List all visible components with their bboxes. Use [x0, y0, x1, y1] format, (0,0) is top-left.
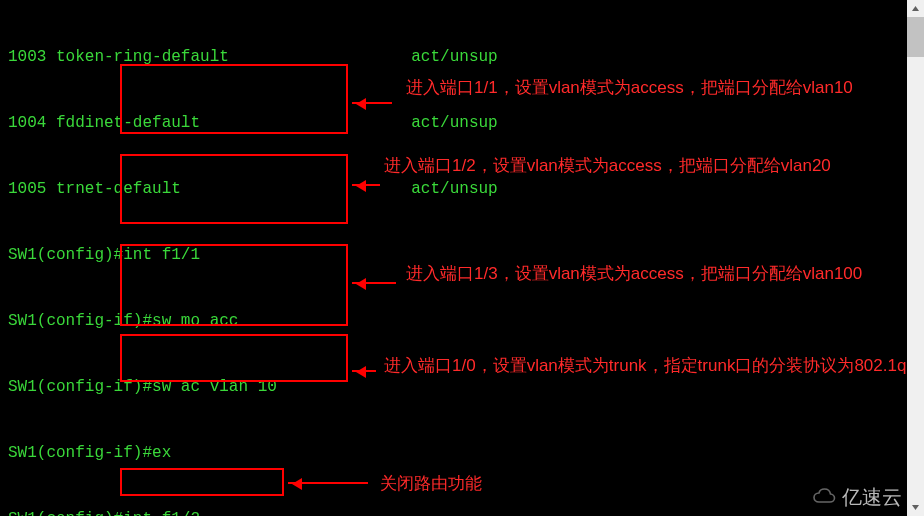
- terminal-line: 1004 fddinet-default act/unsup: [8, 112, 924, 134]
- terminal-line: SW1(config-if)#sw ac vlan 10: [8, 376, 924, 398]
- chevron-up-icon: [911, 4, 920, 13]
- scrollbar-track[interactable]: [907, 17, 924, 479]
- terminal-line: 1005 trnet-default act/unsup: [8, 178, 924, 200]
- terminal-line: SW1(config)#int f1/2: [8, 508, 924, 516]
- terminal-line: SW1(config)#int f1/1: [8, 244, 924, 266]
- chevron-down-icon: [911, 503, 920, 512]
- scrollbar-thumb[interactable]: [907, 17, 924, 57]
- scrollbar-down-button[interactable]: [907, 499, 924, 516]
- vertical-scrollbar[interactable]: [907, 0, 924, 516]
- scrollbar-up-button[interactable]: [907, 0, 924, 17]
- terminal-line: 1003 token-ring-default act/unsup: [8, 46, 924, 68]
- terminal-line: SW1(config-if)#ex: [8, 442, 924, 464]
- cli-terminal[interactable]: 1003 token-ring-default act/unsup 1004 f…: [8, 2, 924, 516]
- terminal-line: SW1(config-if)#sw mo acc: [8, 310, 924, 332]
